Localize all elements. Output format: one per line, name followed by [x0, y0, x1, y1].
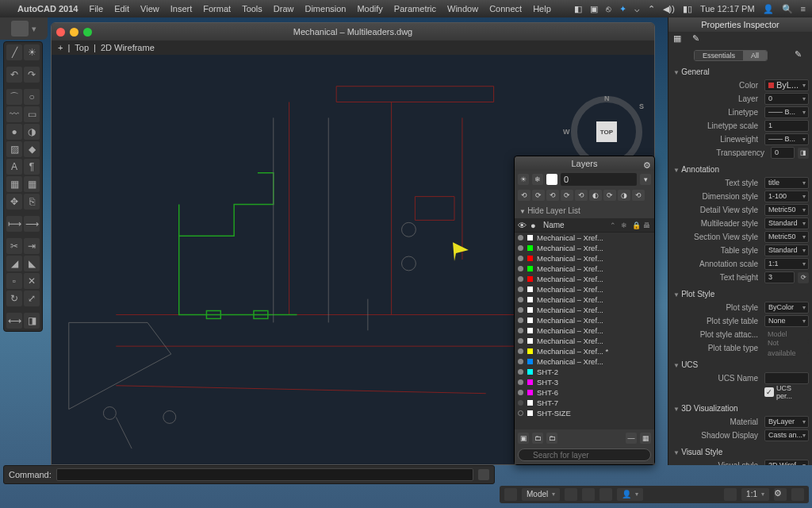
new-layer-icon[interactable]: ▣	[518, 433, 529, 444]
prop-tablestyle[interactable]: Standard	[764, 244, 809, 256]
layer-color-icon[interactable]	[546, 174, 557, 185]
layer-filter-6[interactable]: ◐	[589, 190, 602, 201]
menu-dimension[interactable]: Dimension	[304, 4, 346, 13]
transparency-picker[interactable]: ◨	[798, 148, 809, 159]
prop-dimstyle[interactable]: 1-100	[764, 190, 809, 202]
status-layout-icon[interactable]	[504, 488, 517, 501]
layer-dropdown-icon[interactable]: ▾	[640, 174, 651, 185]
clock[interactable]: Tue 12:17 PM	[700, 4, 755, 13]
textheight-btn[interactable]: ⟳	[798, 272, 809, 283]
layer-row[interactable]: SHT-6	[515, 387, 654, 398]
layer-row[interactable]: Mechanical – Xref...	[515, 305, 654, 315]
layer-list[interactable]: Mechanical – Xref...Mechanical – Xref...…	[515, 233, 654, 429]
prop-material[interactable]: ByLayer	[764, 416, 809, 428]
text-tool[interactable]: A	[6, 159, 22, 175]
prop-sectionstyle[interactable]: Metric50	[764, 231, 809, 243]
layer-filter-4[interactable]: ⟳	[561, 190, 573, 201]
bluetooth-icon[interactable]: ⌵	[634, 4, 640, 14]
trim-tool[interactable]: ✂	[6, 238, 22, 254]
tab-essentials[interactable]: Essentials	[695, 51, 743, 60]
current-layer-combo[interactable]: 0	[561, 173, 637, 186]
line-tool[interactable]: ╱	[6, 44, 22, 60]
prop-shadow[interactable]: Casts an...	[764, 429, 809, 441]
layer-lock-icon[interactable]: ❄	[532, 174, 543, 185]
layer-row[interactable]: SHT-SIZE	[515, 408, 654, 418]
menu-window[interactable]: Window	[447, 4, 478, 13]
fillet-tool[interactable]: ◣	[24, 256, 40, 271]
menuextra-icon[interactable]: ◧	[574, 4, 582, 14]
prop-lineweight[interactable]: —— B...	[764, 133, 809, 145]
prop-annoscale[interactable]: 1:1	[764, 258, 809, 270]
polyline-tool[interactable]: ☀	[24, 44, 40, 60]
nav-plus-icon[interactable]: +	[58, 43, 63, 52]
layer-row[interactable]: Mechanical – Xref...	[515, 253, 654, 264]
prop-transparency[interactable]: 0	[771, 147, 795, 159]
status-ortho-icon[interactable]	[599, 488, 612, 501]
prop-ucsname[interactable]	[764, 372, 809, 384]
gradient-tool[interactable]: ◆	[24, 141, 40, 157]
sect-visual[interactable]: Visual Style	[668, 445, 812, 459]
volume-icon[interactable]: ◀))	[663, 4, 675, 14]
prop-layer[interactable]: 0	[764, 93, 809, 105]
menu-help[interactable]: Help	[533, 4, 551, 13]
wifi-icon[interactable]: ⌃	[648, 4, 655, 14]
layer-row[interactable]: Mechanical – Xref...	[515, 264, 654, 274]
offset-tool[interactable]: ◢	[6, 256, 22, 271]
props-title[interactable]: Properties Inspector	[668, 17, 812, 32]
visibility-col-icon[interactable]: 👁	[518, 221, 527, 230]
move-tool[interactable]: ✥	[6, 194, 22, 210]
props-icon1[interactable]: ▦	[673, 33, 686, 46]
menuextra-icon[interactable]: ▣	[590, 4, 598, 14]
hide-layer-list[interactable]: Hide Layer List	[515, 204, 654, 218]
freeze-col-icon[interactable]: ●	[530, 221, 540, 230]
rect-tool[interactable]: ▭	[24, 106, 40, 122]
menu-format[interactable]: Format	[203, 4, 231, 13]
layer-filter-2[interactable]: ⟳	[532, 190, 545, 201]
menu-tools[interactable]: Tools	[242, 4, 262, 13]
notification-icon[interactable]: ≡	[801, 4, 806, 13]
settings-icon[interactable]: ▦	[640, 433, 651, 444]
layer-row[interactable]: Mechanical – Xref...	[515, 294, 654, 305]
layer-row[interactable]: SHT-7	[515, 398, 654, 408]
layer-row[interactable]: Mechanical – Xref...	[515, 356, 654, 367]
layer-row[interactable]: Mechanical – Xref...	[515, 274, 654, 284]
layer-filter-7[interactable]: ⟳	[603, 190, 616, 201]
document-titlebar[interactable]: Mechanical – Multileaders.dwg	[52, 23, 654, 40]
layer-filter-3[interactable]: ⟲	[546, 190, 559, 201]
menu-parametric[interactable]: Parametric	[394, 4, 436, 13]
prop-color[interactable]: ByL...	[764, 79, 809, 91]
tab-all[interactable]: All	[743, 51, 767, 60]
prop-linetype[interactable]: —— B...	[764, 106, 809, 118]
layer-row[interactable]: Mechanical – Xref...	[515, 243, 654, 253]
battery-icon[interactable]: ▮▯	[683, 4, 692, 14]
measure-tool[interactable]: ⟷	[6, 313, 22, 329]
layer-col-icon[interactable]: ❄	[621, 221, 629, 229]
explode-tool[interactable]: ✕	[24, 273, 40, 289]
sect-ucs[interactable]: UCS	[668, 358, 812, 371]
sort-icon[interactable]: ⌃	[610, 221, 618, 229]
area-tool[interactable]: ◨	[24, 313, 40, 329]
undo-tool[interactable]: ↶	[6, 67, 22, 83]
layer-row[interactable]: SHT-2	[515, 367, 654, 377]
layer-states-icon[interactable]: 🗀	[546, 433, 557, 444]
status-gear-icon[interactable]: ⚙	[774, 488, 787, 501]
app-name[interactable]: AutoCAD 2014	[17, 4, 78, 13]
status-grid-icon[interactable]	[565, 488, 577, 501]
prop-detailstyle[interactable]: Metric50	[764, 204, 809, 216]
point-tool[interactable]: ◑	[24, 124, 40, 140]
props-icon2[interactable]: ✎	[692, 33, 705, 46]
prop-ltscale[interactable]: 1	[764, 120, 809, 132]
prop-mleaderstyle[interactable]: Standard	[764, 217, 809, 229]
erase-tool[interactable]: ▫	[6, 273, 22, 289]
prop-visualstyle[interactable]: 2D Wiref...	[764, 460, 809, 465]
menuextra-icon[interactable]: ✦	[619, 4, 626, 14]
region-tool[interactable]: ▦	[24, 176, 40, 192]
copy-tool[interactable]: ⎘	[24, 194, 40, 210]
sect-3dviz[interactable]: 3D Visualization	[668, 402, 812, 415]
hatch-tool[interactable]: ▨	[6, 141, 22, 157]
layer-filter-8[interactable]: ◑	[618, 190, 630, 201]
status-anno-icon[interactable]	[724, 488, 737, 501]
status-workspace-icon[interactable]	[791, 488, 804, 501]
extend-tool[interactable]: ⇥	[24, 238, 40, 254]
layer-row[interactable]: Mechanical – Xref...	[515, 233, 654, 243]
